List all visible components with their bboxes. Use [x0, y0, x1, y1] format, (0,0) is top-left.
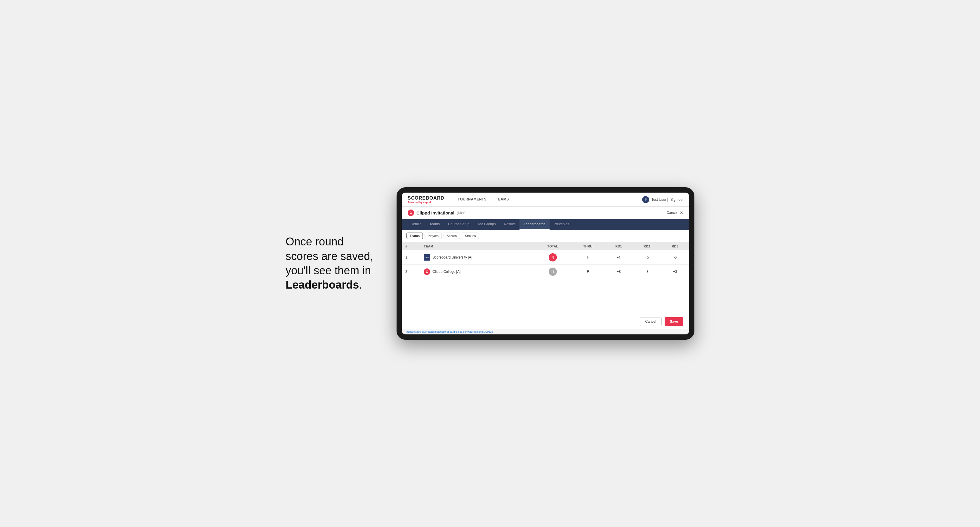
tab-course-setup[interactable]: Course Setup: [444, 219, 473, 230]
logo-text: SCOREBOARD: [408, 195, 444, 201]
sign-out-link[interactable]: Sign out: [670, 198, 683, 202]
tournament-logo: C: [408, 210, 414, 216]
tournament-name: Clippd Invitational: [417, 210, 454, 215]
rank-2: 2: [402, 265, 420, 279]
nav-right: S Test User | Sign out: [642, 196, 683, 203]
top-nav: SCOREBOARD Powered by clippd TOURNAMENTS…: [402, 193, 689, 206]
nav-teams[interactable]: TEAMS: [491, 193, 514, 206]
tournament-header: C Clippd Invitational (Men) Cancel ✕: [402, 206, 689, 219]
table-row: 2 C Clippd College [A] +3 F: [402, 265, 689, 279]
logo-area: SCOREBOARD Powered by clippd: [408, 195, 444, 204]
user-avatar: S: [642, 196, 649, 203]
team-name-2: C Clippd College [A]: [420, 265, 535, 279]
col-rd2: RD2: [633, 242, 661, 250]
table-row: 1 SU Scoreboard University [A] -5: [402, 250, 689, 265]
team-logo-2: C: [424, 268, 430, 275]
total-1: -5: [535, 250, 571, 265]
filter-teams[interactable]: Teams: [406, 233, 423, 239]
tab-results[interactable]: Results: [500, 219, 520, 230]
score-badge-2: +3: [549, 268, 557, 276]
col-rd3: RD3: [661, 242, 689, 250]
sidebar-description: Once round scores are saved, you'll see …: [286, 235, 379, 292]
table-spacer: [402, 279, 689, 314]
url-bar: https://stage-blue-coach.stagescoreboard…: [402, 329, 689, 334]
filter-row: Teams Players Scores Strokes: [402, 230, 689, 242]
action-bar: Cancel Save: [402, 314, 689, 329]
col-rd1: RD1: [605, 242, 633, 250]
rd2-1: +5: [633, 250, 661, 265]
filter-scores[interactable]: Scores: [444, 233, 460, 239]
filter-strokes[interactable]: Strokes: [462, 233, 479, 239]
col-total: TOTAL: [535, 242, 571, 250]
tournament-gender: (Men): [457, 211, 467, 215]
rd3-1: -6: [661, 250, 689, 265]
rd2-2: -8: [633, 265, 661, 279]
tab-teams[interactable]: Teams: [425, 219, 444, 230]
tab-printables[interactable]: Printables: [550, 219, 573, 230]
rd3-2: +3: [661, 265, 689, 279]
tab-details[interactable]: Details: [406, 219, 425, 230]
rd1-2: +8: [605, 265, 633, 279]
tablet-screen: SCOREBOARD Powered by clippd TOURNAMENTS…: [402, 193, 689, 334]
tablet-frame: SCOREBOARD Powered by clippd TOURNAMENTS…: [396, 187, 694, 340]
user-name: Test User |: [651, 198, 668, 202]
score-badge-1: -5: [549, 253, 557, 262]
tournament-cancel-btn[interactable]: Cancel ✕: [667, 210, 683, 215]
leaderboard-table: # TEAM TOTAL THRU RD1 RD2 RD3 1: [402, 242, 689, 279]
team-name-1: SU Scoreboard University [A]: [420, 250, 535, 265]
tab-tee-groups[interactable]: Tee Groups: [473, 219, 500, 230]
cancel-button[interactable]: Cancel: [640, 317, 662, 326]
rd1-1: -4: [605, 250, 633, 265]
tournament-title-area: C Clippd Invitational (Men): [408, 210, 467, 216]
total-2: +3: [535, 265, 571, 279]
close-icon: ✕: [680, 210, 683, 215]
col-team: TEAM: [420, 242, 535, 250]
logo-powered: Powered by clippd: [408, 201, 444, 204]
thru-1: F: [571, 250, 605, 265]
team-logo-1: SU: [424, 254, 430, 260]
nav-links: TOURNAMENTS TEAMS: [453, 193, 642, 206]
tab-nav: Details Teams Course Setup Tee Groups Re…: [402, 219, 689, 230]
tab-leaderboards[interactable]: Leaderboards: [520, 219, 549, 230]
nav-tournaments[interactable]: TOURNAMENTS: [453, 193, 492, 206]
table-header-row: # TEAM TOTAL THRU RD1 RD2 RD3: [402, 242, 689, 250]
rank-1: 1: [402, 250, 420, 265]
filter-players[interactable]: Players: [425, 233, 442, 239]
col-thru: THRU: [571, 242, 605, 250]
save-button[interactable]: Save: [665, 317, 683, 326]
col-rank: #: [402, 242, 420, 250]
thru-2: F: [571, 265, 605, 279]
